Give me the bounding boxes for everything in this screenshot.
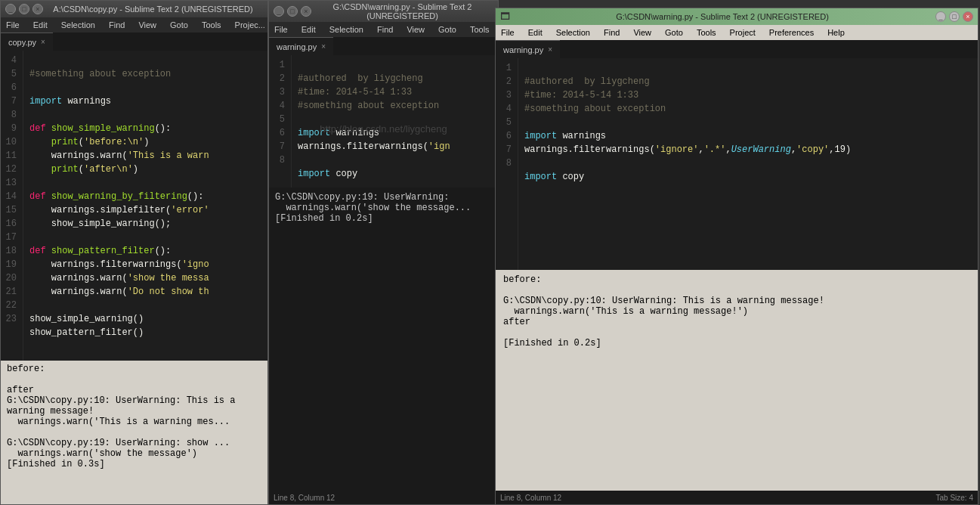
close-btn-3[interactable]: × xyxy=(963,11,973,22)
terminal-line: warnings.warn('show the message') xyxy=(7,448,261,459)
terminal-line xyxy=(503,327,970,338)
terminal-line: before: xyxy=(7,364,261,374)
menu-project-1[interactable]: Projec... xyxy=(233,20,267,30)
maximize-btn-1[interactable]: □ xyxy=(19,4,29,14)
tab-label-1: copy.py xyxy=(8,38,36,47)
minimize-btn-2[interactable]: _ xyxy=(274,6,284,17)
tab-warning-py-3[interactable]: warning.py × xyxy=(496,40,560,58)
menu-tools-1[interactable]: Tools xyxy=(199,20,224,30)
terminal-line: [Finished in 0.2s] xyxy=(275,213,492,224)
tab-close-1[interactable]: × xyxy=(41,38,45,46)
status-text-2: Line 8, Column 12 xyxy=(274,494,335,502)
terminal-line: after xyxy=(503,317,970,327)
menu-selection-1[interactable]: Selection xyxy=(59,20,97,30)
menu-find-1[interactable]: Find xyxy=(107,20,127,30)
maximize-btn-3[interactable]: □ xyxy=(949,11,960,22)
terminal-line: [Finished in 0.2s] xyxy=(503,338,970,349)
menu-view-1[interactable]: View xyxy=(136,20,159,30)
menu-find-2[interactable]: Find xyxy=(375,24,395,35)
menu-edit-2[interactable]: Edit xyxy=(299,24,318,35)
terminal-line: warnings.warn('show the message... xyxy=(275,203,492,213)
menu-bar-2: File Edit Selection Find View Goto Tools xyxy=(269,22,498,37)
menu-goto-1[interactable]: Goto xyxy=(168,20,190,30)
window-controls-3: _ □ × xyxy=(935,11,973,22)
window-title-1: A:\CSDN\copy.py - Sublime Text 2 (UNREGI… xyxy=(43,5,263,14)
line-numbers-2: 1 2 3 4 5 6 7 8 xyxy=(269,55,292,187)
terminal-line: warnings.warn('This is a warning message… xyxy=(503,306,970,317)
window-title-3: G:\CSDN\warning.py - Sublime Text 2 (UNR… xyxy=(509,12,935,21)
menu-file-2[interactable]: File xyxy=(272,24,290,35)
menu-goto-2[interactable]: Goto xyxy=(436,24,459,35)
terminal-3: before: G:\CSDN\copy.py:10: UserWarning:… xyxy=(496,270,978,491)
menu-goto-3[interactable]: Goto xyxy=(663,27,685,38)
tab-bar-1: copy.py × xyxy=(1,33,267,51)
tab-size-3: Tab Size: 4 xyxy=(936,494,973,502)
editor-3[interactable]: 1 2 3 4 5 6 7 8 #authored by liygcheng #… xyxy=(496,58,978,270)
window-3: 🗔 G:\CSDN\warning.py - Sublime Text 2 (U… xyxy=(495,8,978,505)
tab-bar-2: warning.py × xyxy=(269,37,498,55)
terminal-line: [Finished in 0.3s] xyxy=(7,459,261,469)
line-numbers-1: 4 5 6 7 8 9 10 11 12 13 14 15 16 17 18 1… xyxy=(1,51,23,361)
menu-selection-3[interactable]: Selection xyxy=(554,27,592,38)
menu-help-3[interactable]: Help xyxy=(825,27,847,38)
title-bar-3: 🗔 G:\CSDN\warning.py - Sublime Text 2 (U… xyxy=(496,8,978,25)
menu-tools-2[interactable]: Tools xyxy=(468,24,492,35)
terminal-line: warnings.warn('This is a warning mes... xyxy=(7,417,261,427)
terminal-line xyxy=(503,285,970,296)
editor-2[interactable]: 1 2 3 4 5 6 7 8 #authored by liygcheng #… xyxy=(269,55,498,187)
menu-project-3[interactable]: Project xyxy=(728,27,758,38)
tab-warning-py-2[interactable]: warning.py × xyxy=(269,37,333,55)
editor-1[interactable]: 4 5 6 7 8 9 10 11 12 13 14 15 16 17 18 1… xyxy=(1,51,267,361)
window-controls-2: _ □ × xyxy=(274,6,311,17)
title-bar-2: _ □ × G:\CSDN\warning.py - Sublime Text … xyxy=(269,1,498,22)
menu-edit-1[interactable]: Edit xyxy=(31,20,50,30)
maximize-btn-2[interactable]: □ xyxy=(287,6,298,17)
terminal-2: G:\CSDN\copy.py:19: UserWarning: warning… xyxy=(269,187,498,491)
tab-close-3[interactable]: × xyxy=(548,45,552,54)
terminal-line: G:\CSDN\copy.py:19: UserWarning: show ..… xyxy=(7,438,261,448)
status-bar-2: Line 8, Column 12 xyxy=(269,491,498,504)
minimize-btn-3[interactable]: _ xyxy=(935,11,946,22)
terminal-line: before: xyxy=(503,274,970,285)
menu-file-1[interactable]: File xyxy=(4,20,22,30)
window-2: _ □ × G:\CSDN\warning.py - Sublime Text … xyxy=(268,0,499,505)
menu-file-3[interactable]: File xyxy=(499,27,517,38)
window-title-2: G:\CSDN\warning.py - Sublime Text 2 (UNR… xyxy=(311,2,493,20)
menu-edit-3[interactable]: Edit xyxy=(526,27,545,38)
terminal-line xyxy=(7,374,261,385)
tab-copy-py-1[interactable]: copy.py × xyxy=(1,33,53,51)
menu-view-3[interactable]: View xyxy=(631,27,654,38)
menu-bar-3: File Edit Selection Find View Goto Tools… xyxy=(496,25,978,40)
menu-preferences-3[interactable]: Preferences xyxy=(767,27,816,38)
terminal-line: G:\CSDN\copy.py:10: UserWarning: This is… xyxy=(503,296,970,306)
terminal-line: G:\CSDN\copy.py:10: UserWarning: This is… xyxy=(7,395,261,417)
window-1: _ □ × A:\CSDN\copy.py - Sublime Text 2 (… xyxy=(0,0,268,505)
terminal-line: after xyxy=(7,385,261,395)
close-btn-2[interactable]: × xyxy=(301,6,311,17)
title-bar-1: _ □ × A:\CSDN\copy.py - Sublime Text 2 (… xyxy=(1,1,267,17)
status-bar-3: Line 8, Column 12 Tab Size: 4 xyxy=(496,491,978,504)
close-btn-1[interactable]: × xyxy=(32,4,43,14)
code-content-3[interactable]: #authored by liygcheng #time: 2014-5-14 … xyxy=(518,58,978,270)
code-content-2[interactable]: #authored by liygcheng #time: 2014-5-14 … xyxy=(292,55,498,187)
terminal-line xyxy=(7,427,261,438)
terminal-line: G:\CSDN\copy.py:19: UserWarning: xyxy=(275,192,492,203)
line-numbers-3: 1 2 3 4 5 6 7 8 xyxy=(496,58,518,270)
code-content-1[interactable]: #something about exception import warnin… xyxy=(23,51,267,361)
tab-close-2[interactable]: × xyxy=(321,42,326,51)
menu-view-2[interactable]: View xyxy=(404,24,427,35)
menu-find-3[interactable]: Find xyxy=(601,27,622,38)
status-text-3: Line 8, Column 12 xyxy=(500,494,561,502)
menu-bar-1: File Edit Selection Find View Goto Tools… xyxy=(1,17,267,33)
terminal-1: before: after G:\CSDN\copy.py:10: UserWa… xyxy=(1,361,267,504)
tab-label-2: warning.py xyxy=(277,42,317,51)
tab-bar-3: warning.py × xyxy=(496,40,978,58)
minimize-btn-1[interactable]: _ xyxy=(5,4,16,14)
window-controls-1: _ □ × xyxy=(5,4,43,14)
tab-label-3: warning.py xyxy=(503,45,543,54)
menu-tools-3[interactable]: Tools xyxy=(694,27,719,38)
menu-selection-2[interactable]: Selection xyxy=(327,24,366,35)
